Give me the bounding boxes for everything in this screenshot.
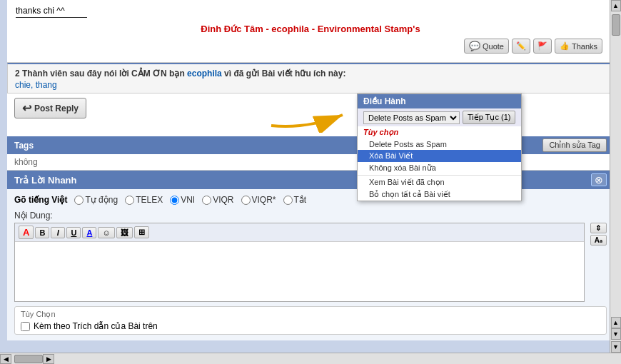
thanks-button[interactable]: 👍 Thanks — [555, 39, 602, 54]
minimize-button[interactable]: ⊗ — [591, 173, 607, 186]
smiley-button[interactable]: ☺ — [98, 227, 114, 238]
radio-vni[interactable]: VNI — [170, 195, 195, 205]
radio-group: Tự động TELEX VNI VIQR VIQR* — [74, 195, 306, 205]
dieu-hanh-control-row: Delete Posts as Spam Tiếp Tục (1) — [358, 108, 521, 126]
flag-button[interactable]: 🚩 — [533, 39, 552, 54]
top-section: thanks chi ^^ Đinh Đức Tâm - ecophila - … — [7, 0, 614, 63]
dropdown-item-xem-bai[interactable]: Xem Bài viết đã chọn — [358, 176, 521, 188]
table-button[interactable]: ⊞ — [134, 226, 149, 238]
scroll-up-button[interactable]: ▲ — [611, 0, 621, 11]
tuy-chon-footer: Tùy Chọn Kèm theo Trích dẫn của Bài trên — [14, 306, 607, 335]
scroll-thumb[interactable] — [612, 14, 620, 36]
tuy-chon-legend: Tùy Chọn — [21, 310, 600, 319]
thanks-text: thanks chi ^^ — [16, 6, 605, 16]
quote-icon: 💬 — [469, 41, 480, 51]
dieu-hanh-header: Điều Hành — [358, 94, 521, 108]
thanks-icon: 👍 — [560, 41, 570, 51]
expand-button[interactable]: ⇕ — [590, 223, 607, 233]
edit-button[interactable]: ✏️ — [512, 39, 530, 54]
scroll-left-button[interactable]: ◀ — [0, 354, 11, 364]
radio-viqr-star[interactable]: VIQR* — [241, 195, 276, 205]
arrow-indicator — [264, 101, 357, 135]
tra-loi-section: Trả Lời Nhanh ⊗ Gõ tiếng Việt Tự động TE… — [7, 171, 614, 340]
bold-button[interactable]: B — [35, 227, 49, 238]
scroll-h-thumb[interactable] — [14, 355, 43, 363]
tags-content: không — [7, 154, 614, 171]
quote-button[interactable]: 💬 Quote — [464, 39, 509, 54]
action-buttons-row: 💬 Quote ✏️ 🚩 👍 Thanks — [16, 39, 605, 54]
underline-divider — [16, 17, 87, 18]
flag-icon: 🚩 — [537, 41, 547, 51]
dropdown-divider — [358, 175, 521, 176]
content-textarea[interactable] — [15, 242, 584, 299]
thankyou-text: 2 Thành viên sau đây nói lời CẢM ƠN bạn … — [15, 69, 606, 79]
radio-tu-dong[interactable]: Tự động — [74, 195, 118, 205]
font-button[interactable]: A — [19, 226, 34, 239]
pencil-icon: ✏️ — [516, 41, 526, 51]
post-reply-button[interactable]: ↩ Post Reply — [14, 98, 86, 118]
checkbox-row: Kèm theo Trích dẫn của Bài trên — [21, 321, 600, 331]
dieu-hanh-dropdown: Điều Hành Delete Posts as Spam Tiếp Tục … — [357, 93, 522, 201]
member1-link[interactable]: chie — [15, 80, 31, 90]
scroll-small-down[interactable]: ▼ — [611, 328, 621, 340]
quote-checkbox-label: Kèm theo Trích dẫn của Bài trên — [34, 321, 158, 331]
dropdown-item-bo-chon[interactable]: Bỏ chọn tất cả Bài viết — [358, 188, 521, 201]
dropdown-item-khong-xoa[interactable]: Không xóa Bài nữa — [358, 162, 521, 174]
editor-wrapper: A B I U A ☺ 🖼 ⊞ — [14, 223, 585, 302]
radio-telex[interactable]: TELEX — [125, 195, 163, 205]
post-reply-row: ↩ Post Reply Điều Hành Delete Posts as — [7, 93, 614, 136]
underline-button[interactable]: U — [66, 227, 81, 238]
image-button[interactable]: 🖼 — [116, 227, 133, 238]
scroll-down-button[interactable]: ▼ — [611, 341, 621, 353]
dieu-hanh-select[interactable]: Delete Posts as Spam — [363, 111, 460, 124]
tags-header: Tags Chỉnh sửa Tag — [7, 136, 614, 154]
tra-loi-header: Trả Lời Nhanh ⊗ — [7, 171, 614, 189]
scroll-small-up[interactable]: ▲ — [611, 317, 621, 328]
thankyou-section: 2 Thành viên sau đây nói lời CẢM ƠN bạn … — [7, 63, 614, 93]
ecophila-link[interactable]: ecophila — [187, 69, 222, 79]
editor-toolbar: A B I U A ☺ 🖼 ⊞ — [15, 223, 584, 242]
tiep-tuc-button[interactable]: Tiếp Tục (1) — [463, 111, 515, 124]
dieu-hanh-box: Điều Hành Delete Posts as Spam Tiếp Tục … — [357, 93, 522, 201]
dropdown-item-xoa-bai[interactable]: Xóa Bài Viết — [358, 150, 521, 162]
reply-icon: ↩ — [22, 101, 31, 115]
members-list: chie, thang — [15, 80, 606, 90]
scrollbar-bottom: ◀ ▶ — [0, 353, 621, 364]
scrollbar-right: ▲ ▲ ▼ ▼ — [610, 0, 621, 364]
font-size-button[interactable]: Aₐ — [590, 235, 607, 246]
dropdown-item-delete-spam[interactable]: Delete Posts as Spam — [358, 138, 521, 150]
color-button[interactable]: A — [82, 227, 96, 238]
scroll-right-button[interactable]: ▶ — [43, 354, 54, 364]
noi-dung-label: Nội Dung: — [14, 211, 607, 221]
member2-link[interactable]: thang — [36, 80, 57, 90]
italic-button[interactable]: I — [51, 227, 65, 238]
chinh-sua-tag-button[interactable]: Chỉnh sửa Tag — [542, 138, 607, 152]
forum-title: Đinh Đức Tâm - ecophila - Environmental … — [16, 24, 605, 34]
radio-viqr[interactable]: VIQR — [202, 195, 233, 205]
quote-checkbox[interactable] — [21, 322, 30, 331]
editor-right-icons: ⇕ Aₐ — [590, 223, 607, 246]
tra-loi-body: Gõ tiếng Việt Tự động TELEX VNI VIQR — [7, 189, 614, 340]
tuy-chon-header: Tùy chọn — [358, 126, 521, 138]
radio-tat[interactable]: Tắt — [283, 195, 307, 205]
